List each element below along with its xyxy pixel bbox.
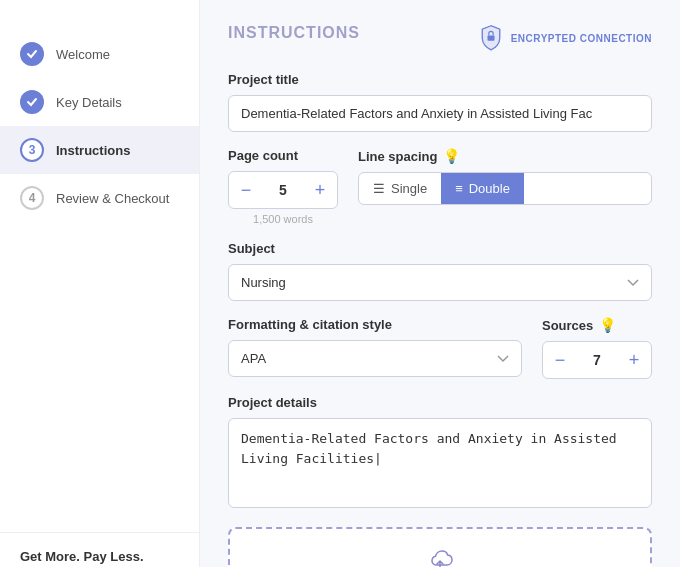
page-title: INSTRUCTIONS [228, 24, 360, 42]
formatting-section: Formatting & citation style APA MLA Chic… [228, 317, 522, 377]
project-details-input[interactable]: Dementia-Related Factors and Anxiety in … [228, 418, 652, 508]
promo-title: Get More. Pay Less. [20, 549, 179, 564]
file-drop-zone[interactable]: Drop files to upload or browse max file … [228, 527, 652, 567]
step-label-review-checkout: Review & Checkout [56, 191, 169, 206]
tip-icon-sources: 💡 [599, 317, 616, 333]
project-details-label: Project details [228, 395, 652, 410]
sidebar-item-key-details[interactable]: Key Details [0, 78, 199, 126]
page-count-decrement[interactable]: − [229, 172, 263, 208]
page-count-counter: − 5 + [228, 171, 338, 209]
spacing-double-icon: ≡ [455, 181, 463, 196]
step-icon-instructions: 3 [20, 138, 44, 162]
formatting-select[interactable]: APA MLA Chicago Harvard [228, 340, 522, 377]
upload-icon [425, 549, 455, 567]
project-title-section: Project title [228, 72, 652, 132]
sidebar-steps: Welcome Key Details 3 Instructions 4 Rev… [0, 30, 199, 532]
sidebar-item-review-checkout[interactable]: 4 Review & Checkout [0, 174, 199, 222]
sources-increment[interactable]: + [617, 342, 651, 378]
spacing-single-label: Single [391, 181, 427, 196]
sidebar-item-welcome[interactable]: Welcome [0, 30, 199, 78]
sidebar: Welcome Key Details 3 Instructions 4 Rev… [0, 0, 200, 567]
step-icon-key-details [20, 90, 44, 114]
sources-counter: − 7 + [542, 341, 652, 379]
sidebar-item-instructions[interactable]: 3 Instructions [0, 126, 199, 174]
line-spacing-label: Line spacing [358, 149, 437, 164]
project-title-input[interactable] [228, 95, 652, 132]
step-label-key-details: Key Details [56, 95, 122, 110]
line-spacing-section: Line spacing 💡 ☰ Single ≡ Double [358, 148, 652, 205]
svg-rect-0 [487, 35, 494, 40]
subject-section: Subject Nursing Biology Chemistry Histor… [228, 241, 652, 301]
sources-value: 7 [577, 352, 617, 368]
spacing-double-label: Double [469, 181, 510, 196]
step-label-welcome: Welcome [56, 47, 110, 62]
spacing-double-button[interactable]: ≡ Double [441, 173, 524, 204]
spacing-single-icon: ☰ [373, 181, 385, 196]
page-count-words: 1,500 words [228, 213, 338, 225]
page-count-section: Page count − 5 + 1,500 words [228, 148, 338, 225]
format-sources-row: Formatting & citation style APA MLA Chic… [228, 317, 652, 379]
spacing-single-button[interactable]: ☰ Single [359, 173, 441, 204]
page-count-value: 5 [263, 182, 303, 198]
sources-decrement[interactable]: − [543, 342, 577, 378]
subject-select[interactable]: Nursing Biology Chemistry History Litera… [228, 264, 652, 301]
project-details-section: Project details Dementia-Related Factors… [228, 395, 652, 511]
step-icon-welcome [20, 42, 44, 66]
spacing-toggle: ☰ Single ≡ Double [358, 172, 652, 205]
shield-icon [477, 24, 505, 52]
sidebar-promo: Get More. Pay Less. Save big with a fixe… [0, 532, 199, 567]
tip-icon-spacing: 💡 [443, 148, 460, 164]
subject-label: Subject [228, 241, 652, 256]
main-header: INSTRUCTIONS ENCRYPTED CONNECTION [228, 24, 652, 52]
sources-label: Sources [542, 318, 593, 333]
main-content: INSTRUCTIONS ENCRYPTED CONNECTION Projec… [200, 0, 680, 567]
encrypted-label: ENCRYPTED CONNECTION [511, 32, 652, 45]
encrypted-badge: ENCRYPTED CONNECTION [477, 24, 652, 52]
sources-section: Sources 💡 − 7 + [542, 317, 652, 379]
formatting-label: Formatting & citation style [228, 317, 522, 332]
page-count-increment[interactable]: + [303, 172, 337, 208]
project-title-label: Project title [228, 72, 652, 87]
page-count-label: Page count [228, 148, 338, 163]
step-icon-review-checkout: 4 [20, 186, 44, 210]
step-label-instructions: Instructions [56, 143, 130, 158]
